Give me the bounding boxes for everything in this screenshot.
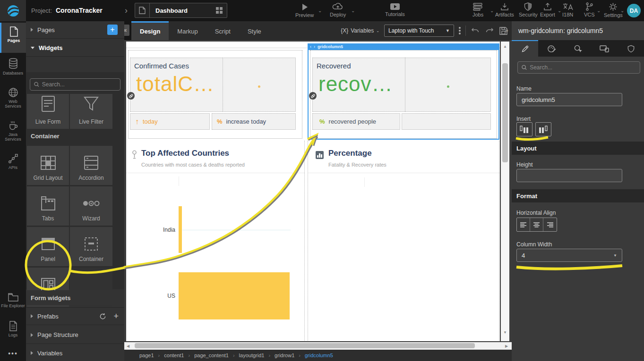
device-selector[interactable]: Laptop with Touch ▼ [384, 25, 454, 37]
rail-item-logs[interactable]: Logs [0, 317, 26, 343]
confirmed-stat-increase[interactable]: % increase today [212, 113, 296, 130]
page-tab-dashboard[interactable]: Dashboard [135, 3, 227, 18]
tab-markup[interactable]: Markup [169, 21, 206, 40]
add-prefab-button[interactable]: + [113, 311, 119, 321]
breadcrumb-item[interactable]: gridrow1 [275, 353, 294, 358]
recovered-stat[interactable]: % recovered people [312, 113, 400, 130]
bar-india[interactable] [179, 206, 182, 253]
breadcrumb-item[interactable]: page_content1 [194, 353, 229, 358]
scroll-left-icon[interactable]: ◀ [127, 344, 129, 348]
rail-item-pages[interactable]: Pages [0, 23, 26, 53]
confirmed-stat-today[interactable]: ↑ today [130, 113, 210, 130]
security-button[interactable]: Security [519, 2, 538, 17]
page-structure-header[interactable]: Page Structure [26, 326, 124, 344]
horizontal-scrollbar[interactable]: ◀ ▶ [124, 342, 512, 350]
pages-panel-header[interactable]: Pages + [26, 21, 124, 39]
nav-prev-icon[interactable]: ‹ [310, 44, 311, 49]
deploy-button[interactable]: Deploy [330, 2, 346, 17]
dashboard-grid-icon[interactable] [215, 7, 227, 14]
bar-us[interactable] [179, 272, 290, 319]
widget-live-filter[interactable]: Live Filter [70, 94, 112, 129]
tab-properties[interactable] [512, 40, 538, 57]
widgets-panel-header[interactable]: Widgets [26, 39, 124, 57]
insert-column-left-button[interactable] [516, 122, 532, 136]
layout-section-header[interactable]: Layout [512, 142, 644, 155]
breadcrumb-item[interactable]: page1 [139, 353, 154, 358]
i18n-button[interactable]: I18N [562, 2, 573, 17]
widget-search[interactable] [30, 78, 120, 91]
prefabs-header[interactable]: Prefabs + [26, 307, 124, 325]
refresh-icon[interactable] [99, 313, 106, 320]
preview-button[interactable]: Preview [295, 3, 314, 18]
align-right-button[interactable] [543, 218, 557, 231]
tab-design[interactable]: Design [131, 21, 169, 40]
bind-icon[interactable] [127, 92, 135, 100]
variables-button[interactable]: {X} Variables ⌄ [341, 27, 379, 34]
confirmed-cases-tile[interactable]: Confirmed Cases totalC… ↑ today % increa… [128, 50, 302, 139]
rail-item-file-explorer[interactable]: File Explorer [0, 289, 26, 316]
deploy-chevron-icon[interactable]: ⌄ [351, 8, 355, 13]
confirmed-main-cell[interactable]: Confirmed Cases totalC… [130, 58, 223, 112]
app-logo[interactable] [0, 0, 26, 21]
breadcrumb-item[interactable]: content1 [164, 353, 184, 358]
export-chevron-icon[interactable]: ⌄ [558, 8, 561, 13]
confirmed-spark-cell[interactable] [223, 58, 296, 112]
add-page-button[interactable]: + [107, 25, 118, 35]
widget-live-form[interactable]: Live Form [27, 94, 69, 129]
tab-styles[interactable] [538, 40, 565, 57]
vcs-chevron-icon[interactable]: ⌄ [597, 8, 601, 13]
rail-item-apis[interactable]: APIs [0, 150, 26, 177]
scroll-down-icon[interactable]: ▼ [503, 330, 507, 335]
tab-devices[interactable] [591, 40, 618, 57]
top-affected-card[interactable]: Top Affected Countries Countries with mo… [126, 141, 305, 341]
tab-security[interactable] [618, 40, 644, 57]
widget-wizard[interactable]: Wizard [70, 186, 112, 226]
rail-item-databases[interactable]: Databases [0, 54, 26, 82]
user-avatar[interactable]: DA [627, 4, 641, 17]
recovered-spark-cell[interactable] [405, 58, 491, 112]
recovered-stat-empty[interactable] [402, 113, 491, 130]
more-options-button[interactable] [459, 26, 461, 35]
recovered-tile[interactable]: Recovered recov… % recovered people [310, 50, 497, 139]
bind-icon[interactable] [309, 92, 317, 100]
jobs-button[interactable]: Jobs [472, 3, 483, 17]
undo-button[interactable] [471, 26, 480, 35]
vertical-scroll-thumb[interactable] [502, 63, 508, 162]
tutorials-button[interactable]: Tutorials [385, 3, 405, 17]
scroll-right-icon[interactable]: ▶ [505, 344, 508, 348]
breadcrumb-item[interactable]: layoutgrid1 [239, 353, 265, 358]
align-center-button[interactable] [530, 218, 543, 231]
rail-item-java-services[interactable]: Java Services [0, 117, 26, 148]
settings-button[interactable]: Settings [604, 2, 623, 18]
scroll-up-icon[interactable]: ▲ [503, 44, 507, 49]
percentage-card[interactable]: Percentage Fatality & Recovery rates [308, 141, 499, 341]
height-input[interactable] [516, 169, 622, 182]
chevron-right-icon[interactable]: › [125, 6, 128, 16]
expand-panel-button[interactable]: » [505, 26, 508, 34]
widget-grid-layout[interactable]: Grid Layout [27, 146, 69, 185]
insert-column-right-button[interactable] [535, 122, 551, 136]
widget-accordion[interactable]: Accordion [70, 146, 112, 185]
tab-style[interactable]: Style [239, 21, 270, 40]
variables-header[interactable]: Variables [26, 345, 124, 361]
breadcrumb-item-current[interactable]: gridcolumn5 [305, 353, 333, 358]
format-section-header[interactable]: Format [512, 189, 644, 202]
align-left-button[interactable] [517, 218, 530, 231]
recovered-main-cell[interactable]: Recovered recov… [312, 58, 405, 112]
column-width-select[interactable]: 4 ▼ [516, 249, 622, 262]
widget-tabs[interactable]: Tabs [27, 186, 69, 226]
vcs-button[interactable]: VCS [584, 2, 595, 17]
page-preview[interactable]: ‹ › gridcolumn5 Confirmed Cases totalC… [126, 42, 500, 341]
name-input[interactable] [516, 93, 622, 106]
export-button[interactable]: Export [540, 3, 555, 17]
horizontal-scroll-thumb[interactable] [135, 343, 475, 348]
settings-chevron-icon[interactable]: ⌄ [620, 8, 624, 13]
properties-search[interactable] [517, 61, 640, 74]
tab-script[interactable]: Script [206, 21, 239, 40]
artifacts-button[interactable]: Artifacts [495, 3, 514, 17]
nav-next-icon[interactable]: › [314, 44, 315, 49]
redo-button[interactable] [485, 26, 494, 35]
widget-panel[interactable]: Panel [27, 227, 69, 266]
rail-item-web-services[interactable]: Web Services [0, 84, 26, 115]
vertical-scrollbar[interactable]: ▲ ▼ [501, 42, 509, 341]
